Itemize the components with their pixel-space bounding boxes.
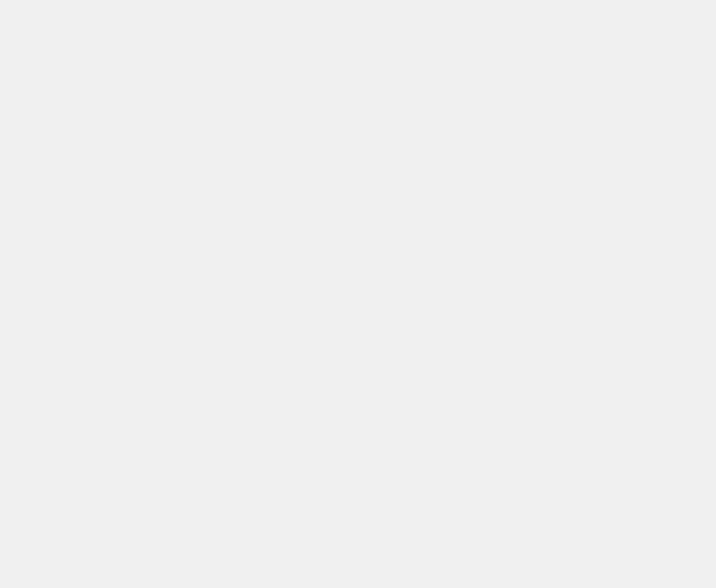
arrows-svg <box>0 0 716 588</box>
diagram <box>0 0 716 588</box>
